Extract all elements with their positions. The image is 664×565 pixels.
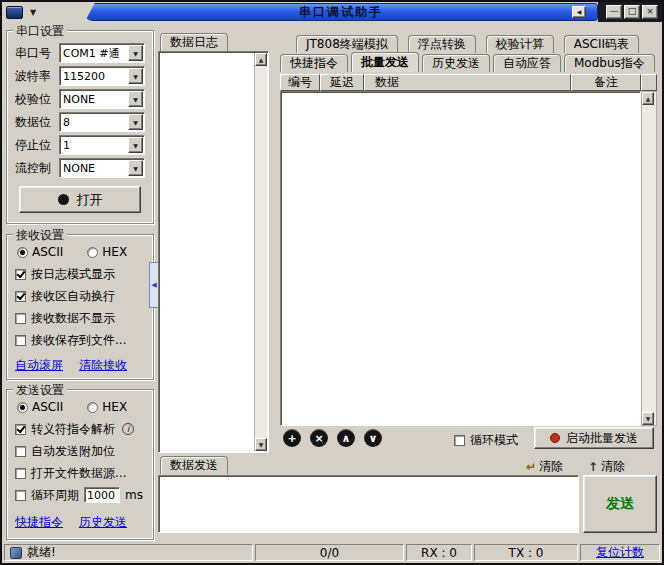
- tab-ascii-table[interactable]: ASCII码表: [564, 35, 639, 53]
- record-dot-icon: [550, 433, 560, 443]
- tab-batch-send[interactable]: 批量发送: [351, 52, 419, 72]
- move-down-button[interactable]: ∨: [364, 429, 382, 447]
- receive-ascii-radio[interactable]: ASCII: [17, 245, 63, 259]
- flowctrl-select[interactable]: NONE ▼: [59, 158, 145, 178]
- chevron-down-icon[interactable]: ▼: [128, 91, 143, 107]
- tab-jt808-simulator[interactable]: JT808终端模拟: [296, 35, 398, 53]
- tab-checksum-calc[interactable]: 校验计算: [486, 35, 554, 53]
- send-button[interactable]: 发送: [583, 475, 657, 533]
- scroll-up-button[interactable]: ▲: [642, 92, 654, 105]
- stopbits-select[interactable]: 1 ▼: [59, 135, 145, 155]
- send-hex-radio[interactable]: HEX: [87, 400, 127, 414]
- column-header-note: 备注: [571, 74, 641, 91]
- checkbox-icon[interactable]: [15, 446, 26, 457]
- tab-quick-command[interactable]: 快捷指令: [280, 54, 348, 72]
- info-icon[interactable]: i: [122, 423, 134, 435]
- checkbox-icon[interactable]: [15, 490, 26, 501]
- checkbox-icon[interactable]: [15, 468, 26, 479]
- radio-icon[interactable]: [87, 402, 98, 413]
- chevron-down-icon[interactable]: ▼: [30, 8, 36, 17]
- open-port-button[interactable]: 打开: [19, 186, 141, 213]
- cycle-period-unit: ms: [125, 488, 143, 502]
- chevron-down-icon[interactable]: ▼: [128, 160, 143, 176]
- log-mode-checkbox-row[interactable]: 按日志模式显示: [15, 267, 115, 281]
- app-window: ▼ 串口调试助手 ◀ — □ × 串口设置 串口号 COM1 #通 ▼ 波特率: [0, 0, 664, 565]
- chevron-down-icon[interactable]: ▼: [128, 68, 143, 84]
- log-content[interactable]: [161, 54, 252, 450]
- port-select[interactable]: COM1 #通 ▼: [59, 43, 145, 63]
- clear-send-button[interactable]: ↑ 清除: [588, 458, 625, 475]
- auto-scroll-link[interactable]: 自动滚屏: [15, 357, 63, 374]
- send-links-row: 快捷指令 历史发送: [15, 514, 127, 531]
- move-up-button[interactable]: ∧: [337, 429, 355, 447]
- add-row-button[interactable]: +: [283, 429, 301, 447]
- escape-parse-checkbox-row[interactable]: 转义符指令解析 i: [15, 422, 134, 436]
- clear-receive-link[interactable]: 清除接收: [79, 357, 127, 374]
- tab-auto-reply[interactable]: 自动应答: [493, 54, 561, 72]
- checkbox-icon[interactable]: [15, 269, 26, 280]
- checkbox-icon[interactable]: [15, 291, 26, 302]
- batch-table-body[interactable]: [280, 91, 641, 426]
- send-history-link[interactable]: 历史发送: [79, 514, 127, 531]
- app-menu-button[interactable]: ▼: [6, 4, 36, 20]
- chevron-down-icon: ▼: [646, 415, 651, 422]
- checkbox-icon[interactable]: [15, 424, 26, 435]
- save-to-file-label: 接收保存到文件...: [31, 332, 126, 349]
- status-rx-segment: RX : 0: [406, 544, 472, 561]
- send-ascii-radio[interactable]: ASCII: [17, 400, 63, 414]
- loop-mode-checkbox-row[interactable]: 循环模式: [454, 432, 518, 449]
- send-input[interactable]: [158, 475, 579, 533]
- cycle-period-input[interactable]: [84, 487, 120, 503]
- parity-select[interactable]: NONE ▼: [59, 89, 145, 109]
- baud-select[interactable]: 115200 ▼: [59, 66, 145, 86]
- quick-command-link[interactable]: 快捷指令: [15, 514, 63, 531]
- status-ready-segment: 就绪!: [4, 544, 253, 561]
- scroll-down-button[interactable]: ▼: [642, 412, 654, 425]
- log-mode-label: 按日志模式显示: [31, 266, 115, 283]
- remove-row-button[interactable]: ×: [310, 429, 328, 447]
- file-source-checkbox-row[interactable]: 打开文件数据源...: [15, 466, 126, 480]
- titlebar[interactable]: ▼ 串口调试助手 ◀ — □ ×: [2, 2, 662, 22]
- scroll-down-button[interactable]: ▼: [255, 438, 267, 451]
- radio-icon[interactable]: [87, 247, 98, 258]
- reset-count-link[interactable]: 复位计数: [596, 544, 644, 561]
- batch-table-scrollbar[interactable]: ▲ ▼: [641, 91, 657, 426]
- auto-append-checkbox-row[interactable]: 自动发送附加位: [15, 444, 115, 458]
- minimize-button[interactable]: —: [606, 5, 622, 19]
- auto-wrap-checkbox-row[interactable]: 接收区自动换行: [15, 289, 115, 303]
- checkbox-icon[interactable]: [15, 313, 26, 324]
- chevron-up-icon: ▲: [646, 95, 651, 102]
- radio-icon[interactable]: [17, 247, 28, 258]
- save-to-file-checkbox-row[interactable]: 接收保存到文件...: [15, 333, 126, 347]
- batch-table-header: 编号 延迟 数据 备注: [280, 74, 641, 91]
- chevron-down-icon[interactable]: ▼: [128, 114, 143, 130]
- chevron-down-icon[interactable]: ▼: [128, 137, 143, 153]
- tab-data-send[interactable]: 数据发送: [160, 456, 228, 474]
- groupbox-title: 串口设置: [13, 23, 67, 40]
- databits-select[interactable]: 8 ▼: [59, 112, 145, 132]
- workspace-tabs-row1: JT808终端模拟 浮点转换 校验计算 ASCII码表: [296, 35, 639, 53]
- cycle-period-row[interactable]: 循环周期 ms: [15, 488, 143, 502]
- start-batch-send-button[interactable]: 启动批量发送: [534, 427, 654, 449]
- table-header-corner: [641, 74, 657, 91]
- tab-send-history[interactable]: 历史发送: [422, 54, 490, 72]
- log-output-area[interactable]: ▲ ▼: [158, 51, 269, 453]
- chevron-down-icon[interactable]: ▼: [128, 45, 143, 61]
- log-scrollbar[interactable]: ▲ ▼: [254, 53, 267, 451]
- pin-button[interactable]: ◀: [572, 6, 586, 18]
- clear-send-label: 清除: [601, 458, 625, 475]
- close-button[interactable]: ×: [642, 5, 658, 19]
- title-strip[interactable]: 串口调试助手: [84, 3, 598, 21]
- maximize-button[interactable]: □: [624, 5, 640, 19]
- tab-float-convert[interactable]: 浮点转换: [408, 35, 476, 53]
- tab-data-log[interactable]: 数据日志: [160, 33, 228, 51]
- checkbox-icon[interactable]: [454, 435, 465, 446]
- scroll-up-button[interactable]: ▲: [255, 53, 267, 66]
- send-ascii-label: ASCII: [32, 400, 63, 414]
- clear-receive-button[interactable]: ↵ 清除: [526, 458, 563, 475]
- checkbox-icon[interactable]: [15, 335, 26, 346]
- tab-modbus-command[interactable]: Modbus指令: [564, 54, 655, 72]
- radio-icon[interactable]: [17, 402, 28, 413]
- receive-hex-radio[interactable]: HEX: [87, 245, 127, 259]
- hide-received-checkbox-row[interactable]: 接收数据不显示: [15, 311, 115, 325]
